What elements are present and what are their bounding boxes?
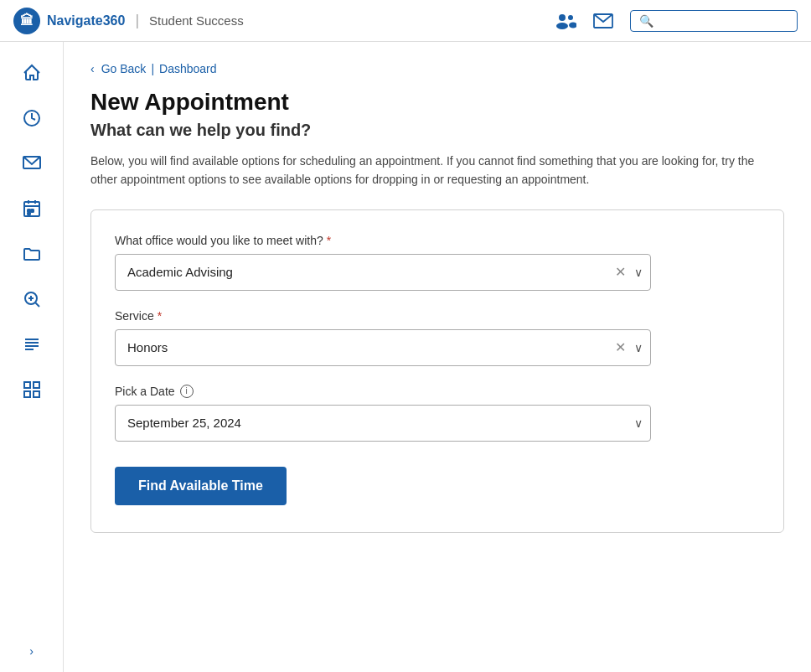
office-field-group: What office would you like to meet with?… bbox=[115, 234, 760, 291]
sidebar-item-folder[interactable] bbox=[11, 233, 53, 275]
app-name: Navigate360 bbox=[47, 13, 125, 28]
header: 🏛 Navigate360 | Student Success bbox=[0, 0, 811, 42]
svg-point-3 bbox=[569, 22, 576, 28]
svg-rect-12 bbox=[31, 209, 34, 212]
header-icons bbox=[555, 10, 798, 32]
date-dropdown-button[interactable]: ∨ bbox=[634, 417, 643, 429]
service-select-controls: ✕ ∨ bbox=[613, 339, 643, 356]
date-info-icon: i bbox=[180, 385, 194, 398]
service-label: Service * bbox=[115, 309, 760, 323]
date-field-group: Pick a Date i September 25, 2024 ∨ bbox=[115, 385, 760, 442]
date-label: Pick a Date i bbox=[115, 385, 760, 398]
date-select-controls: ∨ bbox=[634, 417, 643, 429]
office-required-star: * bbox=[327, 234, 331, 247]
breadcrumb-divider: | bbox=[151, 62, 154, 75]
page-subtitle: What can we help you find? bbox=[90, 121, 784, 140]
office-dropdown-button[interactable]: ∨ bbox=[634, 266, 643, 278]
office-clear-button[interactable]: ✕ bbox=[613, 264, 628, 281]
svg-point-1 bbox=[556, 23, 568, 29]
app-subtitle: Student Success bbox=[149, 13, 244, 28]
service-select[interactable]: Honors bbox=[115, 329, 651, 366]
app-layout: › ‹ Go Back | Dashboard New Appointment … bbox=[0, 42, 811, 672]
sidebar-item-calendar[interactable] bbox=[11, 188, 53, 230]
service-dropdown-button[interactable]: ∨ bbox=[634, 342, 643, 354]
page-title: New Appointment bbox=[90, 89, 784, 116]
dashboard-link[interactable]: Dashboard bbox=[159, 62, 217, 75]
sidebar-item-dashboard[interactable] bbox=[11, 97, 53, 139]
svg-rect-11 bbox=[28, 209, 30, 212]
service-value: Honors bbox=[127, 340, 168, 354]
office-select-wrapper: Academic Advising ✕ ∨ bbox=[115, 254, 651, 291]
svg-line-15 bbox=[35, 303, 39, 308]
envelope-icon-button[interactable] bbox=[593, 13, 613, 28]
date-select[interactable]: September 25, 2024 bbox=[115, 405, 651, 442]
office-select-controls: ✕ ∨ bbox=[613, 264, 643, 281]
header-divider: | bbox=[135, 12, 139, 29]
sidebar-item-reports[interactable] bbox=[11, 323, 53, 365]
svg-rect-22 bbox=[24, 382, 30, 388]
sidebar-item-grid[interactable] bbox=[11, 369, 53, 411]
logo-icon: 🏛 bbox=[13, 8, 40, 34]
office-select[interactable]: Academic Advising bbox=[115, 254, 651, 291]
main-content: ‹ Go Back | Dashboard New Appointment Wh… bbox=[64, 42, 811, 672]
sidebar-item-messages[interactable] bbox=[11, 142, 53, 184]
service-clear-button[interactable]: ✕ bbox=[613, 339, 628, 356]
date-value: September 25, 2024 bbox=[127, 416, 241, 430]
svg-rect-13 bbox=[28, 213, 30, 215]
app-logo: 🏛 Navigate360 bbox=[13, 8, 125, 34]
svg-point-0 bbox=[559, 14, 566, 21]
find-available-time-button[interactable]: Find Available Time bbox=[115, 467, 287, 505]
page-description: Below, you will find available options f… bbox=[90, 152, 784, 189]
svg-rect-25 bbox=[34, 391, 39, 397]
appointment-form-card: What office would you like to meet with?… bbox=[90, 209, 784, 533]
sidebar-item-home[interactable] bbox=[11, 52, 53, 94]
sidebar-item-search[interactable] bbox=[11, 278, 53, 320]
svg-rect-23 bbox=[34, 382, 39, 388]
sidebar: › bbox=[0, 42, 64, 672]
svg-point-2 bbox=[568, 15, 573, 20]
service-select-wrapper: Honors ✕ ∨ bbox=[115, 329, 651, 366]
office-value: Academic Advising bbox=[127, 265, 233, 279]
date-select-wrapper: September 25, 2024 ∨ bbox=[115, 405, 651, 442]
people-icon-button[interactable] bbox=[555, 12, 576, 30]
sidebar-expand-button[interactable]: › bbox=[11, 638, 53, 664]
office-label: What office would you like to meet with?… bbox=[115, 234, 760, 247]
service-required-star: * bbox=[158, 309, 162, 323]
search-input[interactable] bbox=[630, 10, 798, 32]
service-field-group: Service * Honors ✕ ∨ bbox=[115, 309, 760, 366]
svg-rect-24 bbox=[24, 391, 30, 397]
breadcrumb: ‹ Go Back | Dashboard bbox=[90, 62, 784, 75]
back-arrow-icon: ‹ bbox=[90, 62, 95, 75]
back-link[interactable]: Go Back bbox=[101, 62, 147, 75]
